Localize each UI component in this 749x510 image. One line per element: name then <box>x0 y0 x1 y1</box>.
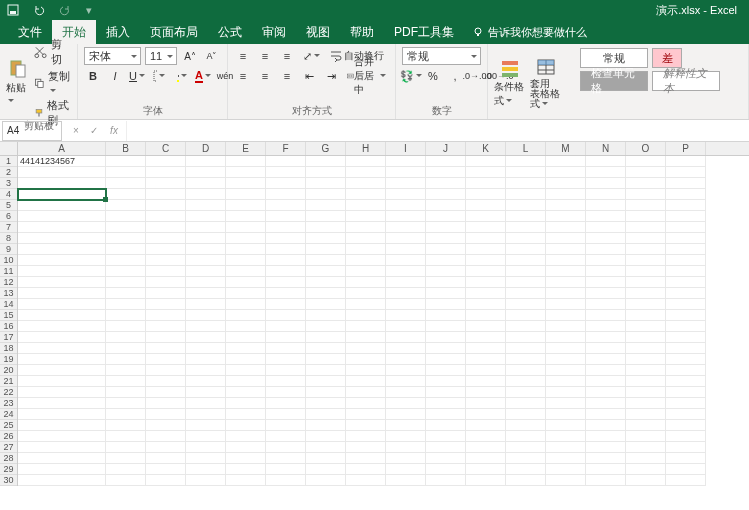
cell-C11[interactable] <box>146 266 186 277</box>
tab-layout[interactable]: 页面布局 <box>140 20 208 44</box>
cell-I22[interactable] <box>386 387 426 398</box>
cell-C14[interactable] <box>146 299 186 310</box>
cell-C21[interactable] <box>146 376 186 387</box>
cell-O6[interactable] <box>626 211 666 222</box>
cell-K19[interactable] <box>466 354 506 365</box>
cell-C26[interactable] <box>146 431 186 442</box>
cell-N7[interactable] <box>586 222 626 233</box>
cell-D5[interactable] <box>186 200 226 211</box>
cell-J5[interactable] <box>426 200 466 211</box>
cell-P15[interactable] <box>666 310 706 321</box>
cell-O22[interactable] <box>626 387 666 398</box>
underline-button[interactable]: U <box>128 67 146 85</box>
cell-E22[interactable] <box>226 387 266 398</box>
row-header-14[interactable]: 14 <box>0 299 17 310</box>
cell-I14[interactable] <box>386 299 426 310</box>
cell-M29[interactable] <box>546 464 586 475</box>
cell-B19[interactable] <box>106 354 146 365</box>
cell-E4[interactable] <box>226 189 266 200</box>
tab-view[interactable]: 视图 <box>296 20 340 44</box>
row-header-9[interactable]: 9 <box>0 244 17 255</box>
cell-J3[interactable] <box>426 178 466 189</box>
cell-O16[interactable] <box>626 321 666 332</box>
row-header-4[interactable]: 4 <box>0 189 17 200</box>
cell-D10[interactable] <box>186 255 226 266</box>
col-header-F[interactable]: F <box>266 142 306 155</box>
cell-G29[interactable] <box>306 464 346 475</box>
increase-indent-icon[interactable]: ⇥ <box>322 67 340 85</box>
cell-P9[interactable] <box>666 244 706 255</box>
row-header-15[interactable]: 15 <box>0 310 17 321</box>
cell-E18[interactable] <box>226 343 266 354</box>
cell-L5[interactable] <box>506 200 546 211</box>
cell-C18[interactable] <box>146 343 186 354</box>
cell-A24[interactable] <box>18 409 106 420</box>
cell-I20[interactable] <box>386 365 426 376</box>
cell-C17[interactable] <box>146 332 186 343</box>
cell-K11[interactable] <box>466 266 506 277</box>
cell-H28[interactable] <box>346 453 386 464</box>
cell-D9[interactable] <box>186 244 226 255</box>
cell-N29[interactable] <box>586 464 626 475</box>
cell-P3[interactable] <box>666 178 706 189</box>
cell-B24[interactable] <box>106 409 146 420</box>
cell-C23[interactable] <box>146 398 186 409</box>
cell-L19[interactable] <box>506 354 546 365</box>
col-header-J[interactable]: J <box>426 142 466 155</box>
cell-F27[interactable] <box>266 442 306 453</box>
cell-I12[interactable] <box>386 277 426 288</box>
cell-D18[interactable] <box>186 343 226 354</box>
cell-M28[interactable] <box>546 453 586 464</box>
cell-K21[interactable] <box>466 376 506 387</box>
cell-G23[interactable] <box>306 398 346 409</box>
cell-B22[interactable] <box>106 387 146 398</box>
cell-K25[interactable] <box>466 420 506 431</box>
cell-D26[interactable] <box>186 431 226 442</box>
row-header-6[interactable]: 6 <box>0 211 17 222</box>
cell-D15[interactable] <box>186 310 226 321</box>
cell-C19[interactable] <box>146 354 186 365</box>
cell-F30[interactable] <box>266 475 306 486</box>
cell-E8[interactable] <box>226 233 266 244</box>
cell-P11[interactable] <box>666 266 706 277</box>
cell-O1[interactable] <box>626 156 666 167</box>
cell-F11[interactable] <box>266 266 306 277</box>
style-explanatory[interactable]: 解释性文本 <box>652 71 720 91</box>
cell-M9[interactable] <box>546 244 586 255</box>
cell-M2[interactable] <box>546 167 586 178</box>
cell-L11[interactable] <box>506 266 546 277</box>
cell-G24[interactable] <box>306 409 346 420</box>
style-normal[interactable]: 常规 <box>580 48 648 68</box>
cell-C25[interactable] <box>146 420 186 431</box>
col-header-P[interactable]: P <box>666 142 706 155</box>
cell-G25[interactable] <box>306 420 346 431</box>
cell-I5[interactable] <box>386 200 426 211</box>
cell-G17[interactable] <box>306 332 346 343</box>
cell-M13[interactable] <box>546 288 586 299</box>
save-icon[interactable] <box>4 3 22 17</box>
cell-K24[interactable] <box>466 409 506 420</box>
cell-J18[interactable] <box>426 343 466 354</box>
cell-P14[interactable] <box>666 299 706 310</box>
redo-icon[interactable] <box>56 3 74 17</box>
cell-M16[interactable] <box>546 321 586 332</box>
cell-H15[interactable] <box>346 310 386 321</box>
cell-P27[interactable] <box>666 442 706 453</box>
cell-J15[interactable] <box>426 310 466 321</box>
cell-G1[interactable] <box>306 156 346 167</box>
cell-N4[interactable] <box>586 189 626 200</box>
cell-J29[interactable] <box>426 464 466 475</box>
qat-customize-icon[interactable]: ▾ <box>82 3 96 17</box>
cell-L13[interactable] <box>506 288 546 299</box>
cancel-formula-icon[interactable]: × <box>68 123 84 139</box>
cell-J9[interactable] <box>426 244 466 255</box>
cell-H8[interactable] <box>346 233 386 244</box>
col-header-N[interactable]: N <box>586 142 626 155</box>
cut-button[interactable]: 剪切 <box>34 37 71 67</box>
cell-M5[interactable] <box>546 200 586 211</box>
cell-D19[interactable] <box>186 354 226 365</box>
cell-D27[interactable] <box>186 442 226 453</box>
copy-button[interactable]: 复制 <box>34 69 71 96</box>
cell-K7[interactable] <box>466 222 506 233</box>
row-header-25[interactable]: 25 <box>0 420 17 431</box>
